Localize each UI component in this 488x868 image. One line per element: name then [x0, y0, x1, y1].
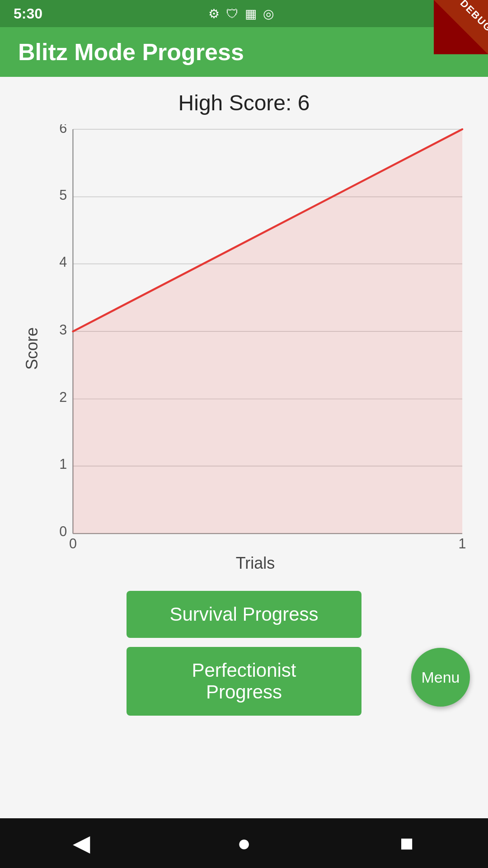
status-bar: 5:30 ⚙ 🛡 ▦ ◎ ▾ ▐ ▮ DEBUG — [0, 0, 488, 27]
home-nav-icon[interactable]: ● — [221, 821, 267, 866]
email-icon: ◎ — [263, 6, 274, 21]
svg-text:1: 1 — [59, 456, 67, 472]
status-time: 5:30 — [14, 5, 42, 22]
svg-text:3: 3 — [59, 322, 67, 337]
svg-text:6: 6 — [59, 124, 67, 136]
app-bar: Blitz Mode Progress — [0, 27, 488, 77]
svg-text:4: 4 — [59, 254, 67, 269]
chart-svg-container: 6 5 4 3 2 1 0 0 1 — [43, 124, 467, 550]
buttons-container: Survival Progress Perfectionist Progress — [9, 591, 479, 716]
shield-icon: 🛡 — [226, 6, 239, 21]
main-content: High Score: 6 Score — [0, 77, 488, 818]
chart-svg: 6 5 4 3 2 1 0 0 1 — [43, 124, 467, 548]
buttons-row: Survival Progress Perfectionist Progress… — [9, 573, 479, 716]
recents-nav-icon[interactable]: ■ — [384, 821, 429, 866]
status-right: ▾ ▐ ▮ — [440, 6, 474, 21]
settings-icon: ⚙ — [208, 6, 220, 21]
status-icons: ⚙ 🛡 ▦ ◎ — [208, 6, 274, 21]
y-axis-label: Score — [21, 124, 43, 573]
svg-text:5: 5 — [59, 187, 67, 203]
svg-text:0: 0 — [59, 524, 67, 539]
nav-bar: ◀ ● ■ — [0, 818, 488, 868]
svg-text:0: 0 — [69, 536, 77, 548]
perfectionist-progress-button[interactable]: Perfectionist Progress — [127, 647, 361, 716]
chart-wrapper: Score — [9, 124, 479, 573]
chart-area: Score — [21, 124, 467, 573]
sim-icon: ▦ — [245, 6, 257, 21]
high-score-label: High Score: 6 — [178, 90, 310, 115]
back-nav-icon[interactable]: ◀ — [59, 821, 104, 866]
survival-progress-button[interactable]: Survival Progress — [127, 591, 361, 638]
app-bar-title: Blitz Mode Progress — [18, 38, 244, 66]
battery-icon: ▮ — [468, 6, 474, 21]
svg-text:2: 2 — [59, 389, 67, 405]
menu-fab-button[interactable]: Menu — [411, 648, 470, 707]
wifi-icon: ▾ — [440, 6, 446, 21]
x-axis-label: Trials — [43, 554, 467, 573]
svg-text:1: 1 — [459, 536, 466, 548]
chart-with-y: 6 5 4 3 2 1 0 0 1 — [43, 124, 467, 573]
signal-icon: ▐ — [452, 6, 461, 21]
